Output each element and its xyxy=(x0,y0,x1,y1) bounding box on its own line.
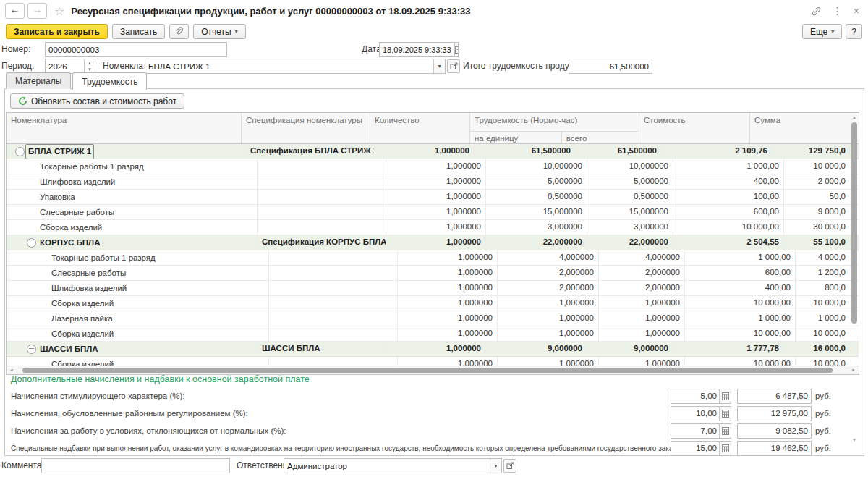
cell-qty: 1,000000 xyxy=(386,205,485,219)
accrual-row: Начисления за работу в условиях, отклоня… xyxy=(11,422,834,439)
table-row[interactable]: Слесарные работы 1,000000 2,000000 2,000… xyxy=(7,266,859,281)
table-row[interactable]: БПЛА СТРИЖ 1 Спецификация БПЛА СТРИЖ 1 1… xyxy=(7,144,859,159)
accrual-amount-field[interactable]: 19 462,50 xyxy=(737,441,812,456)
tab-labor[interactable]: Трудоемкость xyxy=(72,72,147,90)
accrual-percent-value: 10,00 xyxy=(671,409,719,418)
date-field[interactable]: 18.09.2025 9:33:33 xyxy=(379,42,459,57)
table-row[interactable]: Сборка изделий 1,000000 1,000000 1,00000… xyxy=(7,357,859,366)
spin-up-icon[interactable]: ▲ xyxy=(85,59,95,67)
accrual-percent-value: 5,00 xyxy=(671,392,719,400)
collapse-icon[interactable] xyxy=(15,147,25,156)
table-row[interactable]: Слесарные работы 1,000000 15,000000 15,0… xyxy=(7,205,859,220)
cell-labor-total: 4,000000 xyxy=(598,250,684,265)
refresh-works-button[interactable]: Обновить состав и стоимость работ xyxy=(10,93,184,109)
cell-nomenclature: ШАССИ БПЛА xyxy=(7,342,257,356)
cell-sum: 50,0 xyxy=(783,190,859,204)
vertical-scroll-thumb[interactable] xyxy=(851,122,857,324)
cell-nomenclature: Лазерная пайка xyxy=(7,311,268,326)
reports-button[interactable]: Отчеты ▾ xyxy=(193,24,246,39)
labor-tab-panel: Обновить состав и стоимость работ Номенк… xyxy=(4,88,864,456)
cell-labor-per-unit: 15,000000 xyxy=(485,205,587,219)
table-row[interactable]: Сборка изделий 1,000000 1,000000 1,00000… xyxy=(7,296,859,311)
open-nomenclature-button[interactable] xyxy=(447,59,460,73)
back-button[interactable]: ← xyxy=(5,3,25,19)
dropdown-icon[interactable]: ▾ xyxy=(433,59,445,73)
vertical-scrollbar[interactable]: ▲ ▼ xyxy=(851,114,858,444)
accrual-percent-field[interactable]: 15,00 xyxy=(671,441,731,456)
cell-labor-total: 9,000000 xyxy=(587,342,673,356)
number-field[interactable]: 00000000003 xyxy=(45,42,227,57)
additional-accruals-title: Дополнительные начисления и надбавки к о… xyxy=(11,374,834,387)
cell-qty: 1,000000 xyxy=(397,250,497,265)
table-row[interactable]: ШАССИ БПЛА ШАССИ БПЛА 1,000000 9,000000 … xyxy=(7,342,859,357)
calendar-icon[interactable] xyxy=(454,43,459,56)
cell-qty: 1,000000 xyxy=(386,190,485,204)
accrual-row: Начисления, обусловленные районным регул… xyxy=(11,405,834,422)
table-row[interactable]: Шлифовка изделий 1,000000 5,000000 5,000… xyxy=(7,174,859,190)
scroll-left-icon[interactable]: ◄ xyxy=(9,366,14,373)
accrual-amount-field[interactable]: 12 975,00 xyxy=(737,406,812,421)
table-row[interactable]: Сборка изделий 1,000000 1,000000 1,00000… xyxy=(7,326,859,342)
horizontal-scroll-thumb[interactable] xyxy=(22,368,833,373)
col-labor-per-unit: на единицу xyxy=(470,132,561,143)
cell-cost: 400,00 xyxy=(684,281,795,295)
cell-labor-total: 61,500000 xyxy=(575,144,661,159)
help-button[interactable]: ? xyxy=(846,24,862,39)
table-row[interactable]: Токарные работы 1 разряд 1,000000 10,000… xyxy=(7,159,859,174)
table-row[interactable]: Лазерная пайка 1,000000 1,000000 1,00000… xyxy=(7,311,859,326)
nomenclature-field[interactable]: БПЛА СТРИЖ 1 ▾ xyxy=(145,59,446,74)
reports-label: Отчеты xyxy=(201,27,231,37)
cell-labor-total: 2,000000 xyxy=(598,266,684,280)
calculator-icon[interactable] xyxy=(719,407,731,421)
nomenclature-text: БПЛА СТРИЖ 1 xyxy=(25,144,94,159)
cell-cost: 10 000,00 xyxy=(684,357,795,366)
table-row[interactable]: КОРПУС БПЛА Спецификация КОРПУС БПЛА 1,0… xyxy=(7,235,859,250)
accrual-percent-field[interactable]: 10,00 xyxy=(671,406,731,421)
table-row[interactable]: Сборка изделий 1,000000 3,000000 3,00000… xyxy=(7,220,859,235)
accrual-label: Начисления, обусловленные районным регул… xyxy=(11,409,671,418)
accrual-row: Специальные надбавки при выполнении рабо… xyxy=(11,439,834,457)
dropdown-icon[interactable]: ▾ xyxy=(490,459,501,473)
calculator-icon[interactable] xyxy=(719,389,731,403)
save-button[interactable]: Записать xyxy=(112,24,165,39)
responsible-field[interactable]: Администратор ▾ xyxy=(284,458,502,473)
accrual-percent-field[interactable]: 7,00 xyxy=(671,423,731,439)
additional-accruals-section: Дополнительные начисления и надбавки к о… xyxy=(6,374,863,457)
cell-labor-total: 1,000000 xyxy=(598,357,684,366)
favorite-star-icon[interactable]: ☆ xyxy=(54,4,64,18)
col-nomenclature: Номенклатура xyxy=(7,113,241,143)
labor-total-field[interactable]: 61,500000 xyxy=(569,59,652,74)
cell-cost: 10 000,00 xyxy=(684,326,795,341)
command-bar-left: Записать и закрыть Записать Отчеты ▾ xyxy=(6,24,246,39)
period-field[interactable]: 2026 ▲ ▼ xyxy=(45,59,95,74)
save-and-close-button[interactable]: Записать и закрыть xyxy=(6,24,108,39)
accrual-amount-field[interactable]: 9 082,50 xyxy=(737,423,812,439)
cell-spec xyxy=(257,205,386,219)
more-button[interactable]: Еще ▾ xyxy=(802,24,842,39)
attachments-button[interactable] xyxy=(169,24,189,39)
scroll-down-icon[interactable]: ▼ xyxy=(852,437,856,444)
cell-qty: 1,000000 xyxy=(397,357,497,366)
cell-labor-per-unit: 2,000000 xyxy=(497,266,598,280)
accrual-percent-field[interactable]: 5,00 xyxy=(671,389,731,404)
calculator-icon[interactable] xyxy=(719,442,731,455)
scroll-up-icon[interactable]: ▲ xyxy=(852,114,856,121)
forward-button[interactable]: → xyxy=(27,3,47,19)
table-row[interactable]: Токарные работы 1 разряд 1,000000 4,0000… xyxy=(7,250,859,266)
table-header: Номенклатура Спецификация номенклатуры К… xyxy=(7,113,859,144)
horizontal-scrollbar[interactable]: ◄ ► xyxy=(7,366,859,374)
collapse-icon[interactable] xyxy=(27,345,36,354)
accrual-amount-field[interactable]: 6 487,50 xyxy=(737,389,812,404)
calculator-icon[interactable] xyxy=(719,424,731,438)
comment-field[interactable] xyxy=(41,458,230,473)
open-responsible-button[interactable] xyxy=(503,459,516,473)
link-icon[interactable] xyxy=(811,6,822,17)
cell-sum: 1 000,0 xyxy=(795,311,859,326)
kebab-menu-icon[interactable]: ⋮ xyxy=(833,5,843,17)
vertical-scroll-track[interactable] xyxy=(851,121,858,437)
table-row[interactable]: Шлифовка изделий 1,000000 2,000000 2,000… xyxy=(7,281,859,296)
collapse-icon[interactable] xyxy=(27,238,36,248)
table-row[interactable]: Упаковка 1,000000 0,500000 0,500000 100,… xyxy=(7,190,859,205)
close-icon[interactable]: × xyxy=(854,5,859,17)
tab-materials[interactable]: Материалы xyxy=(6,72,71,89)
